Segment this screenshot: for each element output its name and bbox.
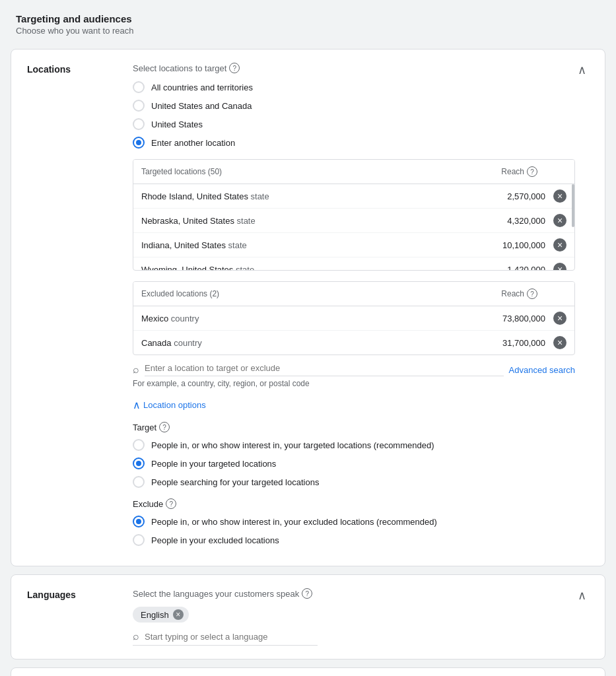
audiences-header: Audiences Select audiences to add to you… [11, 668, 605, 676]
excluded-location-reach: 73,800,000 [486, 314, 545, 323]
remove-location-btn[interactable] [553, 263, 566, 270]
radio-searching-circle [133, 476, 145, 488]
location-reach: 2,570,000 [486, 191, 545, 201]
locations-section: Locations Select locations to target ? A… [11, 49, 605, 566]
excluded-table-header-label: Excluded locations (2) [141, 289, 501, 298]
languages-collapse-btn[interactable]: ∧ [575, 588, 589, 603]
radio-in-location-circle [133, 457, 145, 469]
location-reach: 4,320,000 [486, 216, 545, 226]
radio-all-countries-circle [133, 81, 145, 93]
radio-united-states[interactable]: United States [133, 118, 575, 130]
exclude-label: Exclude ? [133, 498, 575, 509]
exclude-subsection: Exclude ? People in, or who show interes… [133, 498, 575, 546]
radio-united-states-circle [133, 118, 145, 130]
radio-all-countries[interactable]: All countries and territories [133, 81, 575, 93]
remove-excluded-btn[interactable] [553, 312, 566, 325]
radio-in-location-label: People in your targeted locations [151, 459, 276, 469]
targeted-table-header-label: Targeted locations (50) [141, 167, 501, 176]
radio-searching-label: People searching for your targeted locat… [151, 477, 319, 487]
scrollbar [572, 184, 574, 227]
languages-help-icon[interactable]: ? [302, 588, 312, 599]
location-options-toggle[interactable]: ∧ Location options [133, 399, 575, 411]
targeted-rows-wrapper: Rhode Island, United States state 2,570,… [133, 184, 574, 270]
page-subtitle: Choose who you want to reach [16, 26, 600, 36]
table-row: Rhode Island, United States state 2,570,… [133, 184, 574, 209]
target-label: Target ? [133, 422, 575, 432]
search-hint: For example, a country, city, region, or… [133, 379, 575, 388]
targeted-table-reach-header: Reach ? [501, 166, 537, 177]
remove-location-btn[interactable] [553, 189, 566, 203]
languages-section-label: Languages [27, 588, 133, 600]
language-search-icon: ⌕ [133, 630, 139, 642]
location-name: Rhode Island, United States state [141, 191, 486, 201]
target-help-icon[interactable]: ? [159, 422, 170, 432]
locations-collapse-btn[interactable]: ∧ [575, 63, 589, 77]
targeted-reach-help-icon[interactable]: ? [527, 166, 537, 177]
radio-in-location-excl-circle [133, 534, 145, 546]
target-subsection: Target ? People in, or who show interest… [133, 422, 575, 488]
radio-in-location-excl-label: People in your excluded locations [151, 535, 279, 545]
radio-all-countries-label: All countries and territories [151, 83, 253, 92]
chevron-up-icon: ∧ [133, 399, 141, 411]
remove-location-btn[interactable] [553, 214, 566, 227]
targeted-locations-table: Targeted locations (50) Reach ? Rhode Is… [133, 159, 575, 271]
location-reach: 1,420,000 [486, 265, 545, 271]
languages-content: Select the languages your customers spea… [133, 588, 575, 646]
languages-section: Languages Select the languages your cust… [11, 574, 605, 659]
radio-united-states-label: United States [151, 119, 203, 129]
location-options-label: Location options [143, 400, 206, 410]
search-icon: ⌕ [133, 364, 139, 376]
languages-select-label: Select the languages your customers spea… [133, 588, 575, 599]
excluded-locations-table: Excluded locations (2) Reach ? Mexico co… [133, 281, 575, 355]
radio-enter-location[interactable]: Enter another location [133, 137, 575, 149]
radio-enter-location-circle [133, 137, 145, 149]
radio-interest-excl-label: People in, or who show interest in, your… [151, 517, 437, 527]
location-name: Wyoming, United States state [141, 265, 486, 271]
table-row: Canada country 31,700,000 [133, 331, 574, 355]
advanced-search-link[interactable]: Advanced search [509, 365, 575, 375]
excluded-table-reach-header: Reach ? [501, 288, 537, 299]
table-row: Mexico country 73,800,000 [133, 306, 574, 331]
excluded-location-name: Mexico country [141, 314, 486, 323]
locations-content: Select locations to target ? All countri… [133, 63, 575, 553]
radio-interest-circle [133, 439, 145, 451]
table-row: Indiana, United States state 10,100,000 [133, 233, 574, 257]
location-search-box: ⌕ Advanced search [133, 363, 575, 376]
locations-help-icon[interactable]: ? [229, 63, 240, 73]
audiences-section: Audiences Select audiences to add to you… [11, 667, 605, 676]
language-search-wrapper: ⌕ [133, 630, 318, 646]
page-title: Targeting and audiences [16, 13, 600, 24]
radio-interest-label: People in, or who show interest in, your… [151, 440, 434, 450]
exclude-help-icon[interactable]: ? [166, 498, 176, 509]
radio-enter-location-label: Enter another location [151, 138, 235, 148]
locations-section-label: Locations [27, 63, 133, 75]
radio-us-canada-label: United States and Canada [151, 101, 252, 111]
radio-us-canada-circle [133, 100, 145, 112]
locations-select-label: Select locations to target ? [133, 63, 575, 73]
excluded-location-reach: 31,700,000 [486, 338, 545, 348]
table-row: Nebraska, United States state 4,320,000 [133, 209, 574, 233]
location-reach: 10,100,000 [486, 240, 545, 250]
radio-interest-excl[interactable]: People in, or who show interest in, your… [133, 516, 575, 527]
radio-us-canada[interactable]: United States and Canada [133, 100, 575, 112]
excluded-location-name: Canada country [141, 338, 486, 348]
location-name: Nebraska, United States state [141, 216, 486, 226]
excluded-reach-help-icon[interactable]: ? [527, 288, 537, 299]
location-search-input[interactable] [145, 363, 504, 376]
radio-in-location-excl[interactable]: People in your excluded locations [133, 534, 575, 546]
excluded-table-header: Excluded locations (2) Reach ? [133, 282, 574, 306]
radio-interest[interactable]: People in, or who show interest in, your… [133, 439, 575, 451]
chip-label: English [141, 610, 169, 620]
language-chip-english: English [133, 607, 189, 623]
chip-remove-btn[interactable] [173, 609, 184, 620]
table-row: Wyoming, United States state 1,420,000 [133, 257, 574, 270]
radio-interest-excl-circle [133, 516, 145, 527]
location-name: Indiana, United States state [141, 240, 486, 250]
remove-location-btn[interactable] [553, 238, 566, 252]
radio-in-location[interactable]: People in your targeted locations [133, 457, 575, 469]
targeted-table-header: Targeted locations (50) Reach ? [133, 160, 574, 184]
radio-searching[interactable]: People searching for your targeted locat… [133, 476, 575, 488]
language-search-input[interactable] [145, 632, 318, 642]
remove-excluded-btn[interactable] [553, 336, 566, 349]
